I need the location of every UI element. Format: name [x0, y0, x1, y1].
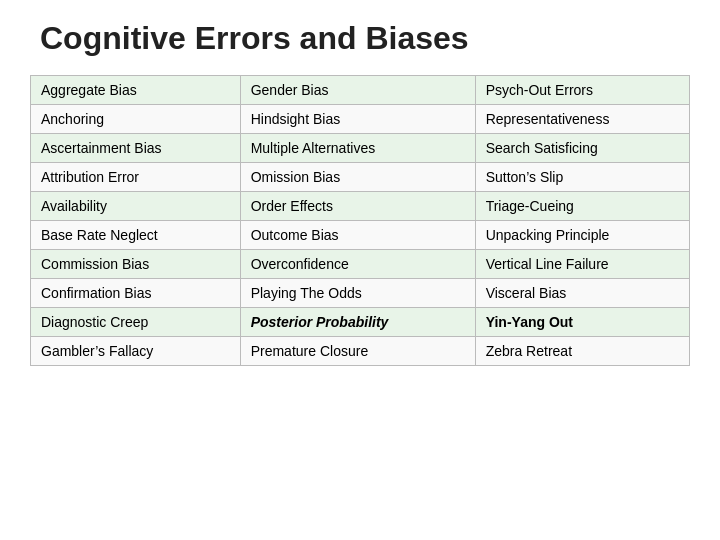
table-cell: Gender Bias [240, 76, 475, 105]
table-cell: Overconfidence [240, 250, 475, 279]
table-row: Gambler’s FallacyPremature ClosureZebra … [31, 337, 690, 366]
table-row: AnchoringHindsight BiasRepresentativenes… [31, 105, 690, 134]
table-cell: Zebra Retreat [475, 337, 689, 366]
page-title: Cognitive Errors and Biases [40, 20, 469, 57]
table-cell: Triage-Cueing [475, 192, 689, 221]
table-cell: Availability [31, 192, 241, 221]
table-cell: Attribution Error [31, 163, 241, 192]
table-cell: Commission Bias [31, 250, 241, 279]
table-cell: Sutton’s Slip [475, 163, 689, 192]
biases-table: Aggregate BiasGender BiasPsych-Out Error… [30, 75, 690, 366]
table-cell: Multiple Alternatives [240, 134, 475, 163]
table-cell: Base Rate Neglect [31, 221, 241, 250]
table-cell: Representativeness [475, 105, 689, 134]
table-cell: Search Satisficing [475, 134, 689, 163]
table-cell: Aggregate Bias [31, 76, 241, 105]
table-row: Attribution ErrorOmission BiasSutton’s S… [31, 163, 690, 192]
table-cell: Posterior Probability [240, 308, 475, 337]
table-cell: Playing The Odds [240, 279, 475, 308]
table-cell: Psych-Out Errors [475, 76, 689, 105]
table-cell: Diagnostic Creep [31, 308, 241, 337]
table-cell: Premature Closure [240, 337, 475, 366]
table-cell: Visceral Bias [475, 279, 689, 308]
table-cell: Omission Bias [240, 163, 475, 192]
table-cell: Ascertainment Bias [31, 134, 241, 163]
table-row: Aggregate BiasGender BiasPsych-Out Error… [31, 76, 690, 105]
table-row: Diagnostic CreepPosterior ProbabilityYin… [31, 308, 690, 337]
table-cell: Anchoring [31, 105, 241, 134]
table-cell: Gambler’s Fallacy [31, 337, 241, 366]
table-cell: Hindsight Bias [240, 105, 475, 134]
table-cell: Yin-Yang Out [475, 308, 689, 337]
table-row: AvailabilityOrder EffectsTriage-Cueing [31, 192, 690, 221]
table-row: Base Rate NeglectOutcome BiasUnpacking P… [31, 221, 690, 250]
table-row: Commission BiasOverconfidenceVertical Li… [31, 250, 690, 279]
table-cell: Order Effects [240, 192, 475, 221]
table-cell: Outcome Bias [240, 221, 475, 250]
table-cell: Vertical Line Failure [475, 250, 689, 279]
table-row: Ascertainment BiasMultiple AlternativesS… [31, 134, 690, 163]
table-row: Confirmation BiasPlaying The OddsViscera… [31, 279, 690, 308]
table-cell: Unpacking Principle [475, 221, 689, 250]
table-cell: Confirmation Bias [31, 279, 241, 308]
